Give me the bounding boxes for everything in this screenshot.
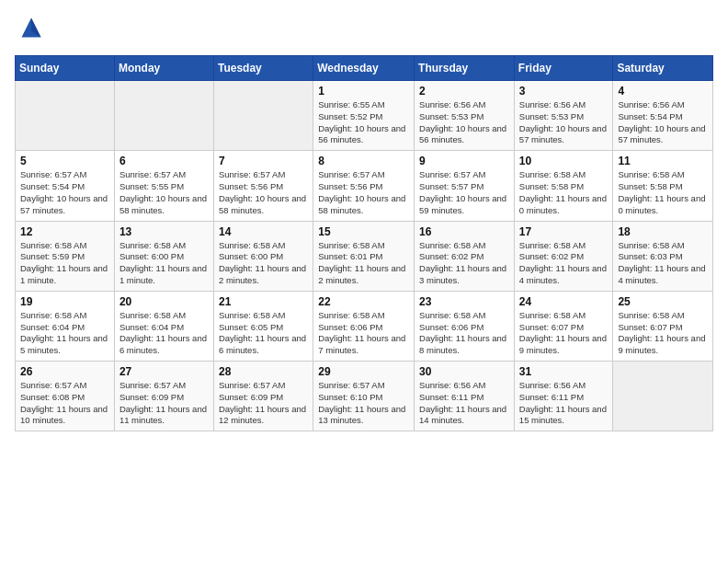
column-header-saturday: Saturday (613, 56, 713, 81)
calendar-cell: 11Sunrise: 6:58 AMSunset: 5:58 PMDayligh… (613, 151, 713, 221)
calendar-cell: 18Sunrise: 6:58 AMSunset: 6:03 PMDayligh… (613, 221, 713, 291)
day-number: 10 (519, 155, 609, 167)
day-number: 29 (318, 365, 409, 378)
day-info: Sunrise: 6:58 AMSunset: 6:06 PMDaylight:… (318, 310, 409, 357)
column-header-wednesday: Wednesday (313, 56, 415, 81)
logo (15, 15, 44, 44)
day-info: Sunrise: 6:58 AMSunset: 6:07 PMDaylight:… (519, 310, 609, 357)
day-info: Sunrise: 6:57 AMSunset: 5:56 PMDaylight:… (318, 169, 409, 216)
day-info: Sunrise: 6:58 AMSunset: 5:59 PMDaylight:… (20, 240, 109, 287)
calendar-cell: 12Sunrise: 6:58 AMSunset: 5:59 PMDayligh… (16, 221, 115, 291)
day-number: 22 (318, 295, 409, 308)
calendar-cell: 23Sunrise: 6:58 AMSunset: 6:06 PMDayligh… (415, 291, 515, 361)
calendar-cell: 30Sunrise: 6:56 AMSunset: 6:11 PMDayligh… (415, 362, 515, 431)
day-number: 7 (219, 155, 308, 167)
day-number: 3 (519, 85, 609, 98)
calendar-cell: 29Sunrise: 6:57 AMSunset: 6:10 PMDayligh… (313, 362, 415, 431)
day-number: 12 (20, 225, 109, 238)
day-number: 23 (419, 295, 509, 308)
day-number: 25 (618, 295, 708, 308)
day-number: 19 (20, 295, 109, 308)
calendar-table: SundayMondayTuesdayWednesdayThursdayFrid… (15, 55, 713, 431)
day-info: Sunrise: 6:57 AMSunset: 6:09 PMDaylight:… (119, 380, 209, 427)
calendar-cell: 21Sunrise: 6:58 AMSunset: 6:05 PMDayligh… (213, 291, 313, 361)
day-info: Sunrise: 6:56 AMSunset: 5:53 PMDaylight:… (419, 99, 509, 146)
calendar-cell: 25Sunrise: 6:58 AMSunset: 6:07 PMDayligh… (613, 291, 713, 361)
calendar-cell: 8Sunrise: 6:57 AMSunset: 5:56 PMDaylight… (313, 151, 415, 221)
day-number: 13 (119, 225, 209, 238)
day-info: Sunrise: 6:55 AMSunset: 5:52 PMDaylight:… (318, 99, 409, 146)
calendar-cell: 26Sunrise: 6:57 AMSunset: 6:08 PMDayligh… (16, 362, 115, 431)
calendar-cell (613, 362, 713, 431)
day-number: 21 (219, 295, 308, 308)
column-header-tuesday: Tuesday (213, 56, 313, 81)
column-header-friday: Friday (514, 56, 613, 81)
day-info: Sunrise: 6:57 AMSunset: 6:08 PMDaylight:… (20, 380, 109, 427)
day-info: Sunrise: 6:58 AMSunset: 6:02 PMDaylight:… (419, 240, 509, 287)
calendar-header-row: SundayMondayTuesdayWednesdayThursdayFrid… (16, 56, 713, 81)
day-info: Sunrise: 6:58 AMSunset: 5:58 PMDaylight:… (519, 169, 609, 216)
day-info: Sunrise: 6:57 AMSunset: 5:55 PMDaylight:… (119, 169, 209, 216)
day-info: Sunrise: 6:58 AMSunset: 6:06 PMDaylight:… (419, 310, 509, 357)
day-number: 11 (618, 155, 708, 167)
calendar-week-row: 12Sunrise: 6:58 AMSunset: 5:59 PMDayligh… (16, 221, 713, 291)
day-number: 27 (119, 365, 209, 378)
calendar-cell: 31Sunrise: 6:56 AMSunset: 6:11 PMDayligh… (514, 362, 613, 431)
calendar-week-row: 26Sunrise: 6:57 AMSunset: 6:08 PMDayligh… (16, 362, 713, 431)
day-info: Sunrise: 6:57 AMSunset: 6:09 PMDaylight:… (219, 380, 308, 427)
column-header-monday: Monday (114, 56, 213, 81)
calendar-cell (114, 81, 213, 151)
day-number: 5 (20, 155, 109, 167)
calendar-cell: 14Sunrise: 6:58 AMSunset: 6:00 PMDayligh… (213, 221, 313, 291)
column-header-sunday: Sunday (16, 56, 115, 81)
calendar-cell: 19Sunrise: 6:58 AMSunset: 6:04 PMDayligh… (16, 291, 115, 361)
column-header-thursday: Thursday (415, 56, 515, 81)
calendar-cell: 22Sunrise: 6:58 AMSunset: 6:06 PMDayligh… (313, 291, 415, 361)
calendar-week-row: 1Sunrise: 6:55 AMSunset: 5:52 PMDaylight… (16, 81, 713, 151)
day-info: Sunrise: 6:58 AMSunset: 6:01 PMDaylight:… (318, 240, 409, 287)
calendar-cell: 28Sunrise: 6:57 AMSunset: 6:09 PMDayligh… (213, 362, 313, 431)
calendar-cell: 5Sunrise: 6:57 AMSunset: 5:54 PMDaylight… (16, 151, 115, 221)
day-info: Sunrise: 6:58 AMSunset: 6:05 PMDaylight:… (219, 310, 308, 357)
day-number: 1 (318, 85, 409, 98)
day-number: 16 (419, 225, 509, 238)
day-info: Sunrise: 6:58 AMSunset: 6:03 PMDaylight:… (618, 240, 708, 287)
day-number: 15 (318, 225, 409, 238)
day-info: Sunrise: 6:56 AMSunset: 6:11 PMDaylight:… (419, 380, 509, 427)
day-number: 28 (219, 365, 308, 378)
day-number: 6 (119, 155, 209, 167)
day-number: 30 (419, 365, 509, 378)
day-info: Sunrise: 6:56 AMSunset: 6:11 PMDaylight:… (519, 380, 609, 427)
day-info: Sunrise: 6:58 AMSunset: 6:00 PMDaylight:… (119, 240, 209, 287)
day-number: 20 (119, 295, 209, 308)
day-info: Sunrise: 6:57 AMSunset: 5:54 PMDaylight:… (20, 169, 109, 216)
day-number: 2 (419, 85, 509, 98)
day-info: Sunrise: 6:57 AMSunset: 6:10 PMDaylight:… (318, 380, 409, 427)
day-info: Sunrise: 6:58 AMSunset: 6:07 PMDaylight:… (618, 310, 708, 357)
calendar-cell: 16Sunrise: 6:58 AMSunset: 6:02 PMDayligh… (415, 221, 515, 291)
logo-icon (18, 15, 44, 40)
day-info: Sunrise: 6:58 AMSunset: 5:58 PMDaylight:… (618, 169, 708, 216)
calendar-cell: 27Sunrise: 6:57 AMSunset: 6:09 PMDayligh… (114, 362, 213, 431)
calendar-cell: 1Sunrise: 6:55 AMSunset: 5:52 PMDaylight… (313, 81, 415, 151)
calendar-cell (213, 81, 313, 151)
calendar-cell: 4Sunrise: 6:56 AMSunset: 5:54 PMDaylight… (613, 81, 713, 151)
day-number: 17 (519, 225, 609, 238)
calendar-cell: 24Sunrise: 6:58 AMSunset: 6:07 PMDayligh… (514, 291, 613, 361)
day-number: 8 (318, 155, 409, 167)
calendar-cell: 2Sunrise: 6:56 AMSunset: 5:53 PMDaylight… (415, 81, 515, 151)
calendar-week-row: 19Sunrise: 6:58 AMSunset: 6:04 PMDayligh… (16, 291, 713, 361)
day-number: 4 (618, 85, 708, 98)
calendar-cell: 9Sunrise: 6:57 AMSunset: 5:57 PMDaylight… (415, 151, 515, 221)
calendar-cell: 10Sunrise: 6:58 AMSunset: 5:58 PMDayligh… (514, 151, 613, 221)
day-number: 18 (618, 225, 708, 238)
day-info: Sunrise: 6:56 AMSunset: 5:53 PMDaylight:… (519, 99, 609, 146)
calendar-cell: 7Sunrise: 6:57 AMSunset: 5:56 PMDaylight… (213, 151, 313, 221)
calendar-cell: 20Sunrise: 6:58 AMSunset: 6:04 PMDayligh… (114, 291, 213, 361)
day-info: Sunrise: 6:57 AMSunset: 5:56 PMDaylight:… (219, 169, 308, 216)
day-info: Sunrise: 6:58 AMSunset: 6:04 PMDaylight:… (20, 310, 109, 357)
page-header (15, 15, 713, 44)
calendar-cell: 3Sunrise: 6:56 AMSunset: 5:53 PMDaylight… (514, 81, 613, 151)
day-info: Sunrise: 6:58 AMSunset: 6:02 PMDaylight:… (519, 240, 609, 287)
calendar-cell (16, 81, 115, 151)
